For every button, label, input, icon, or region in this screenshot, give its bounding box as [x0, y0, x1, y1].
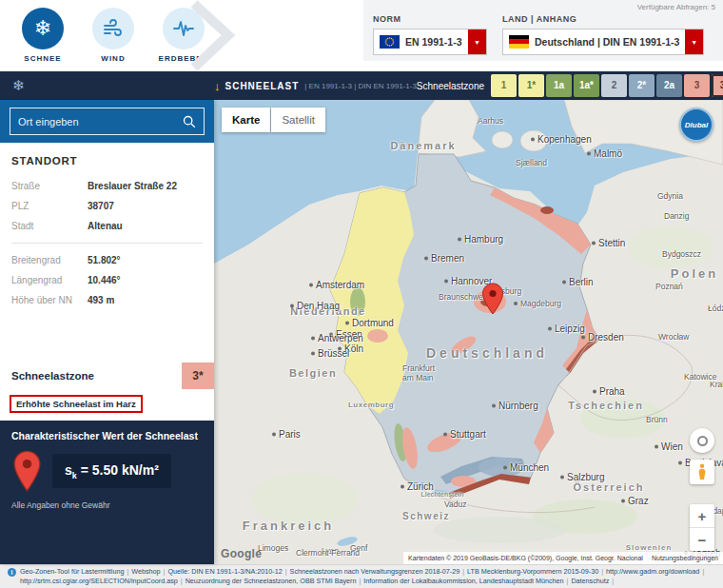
footer-link[interactable]: Schneelastzonen nach Verwaltungsgrenzen …	[290, 567, 460, 577]
map-marker[interactable]	[481, 283, 504, 315]
norm-select-group: NORM EN 1991-1-3 ▼	[373, 14, 487, 55]
footer-line-2: http://srtm.csi.cgiar.org/SELECTION/inpu…	[8, 577, 715, 586]
wind-icon	[92, 8, 134, 49]
available-queries: Verfügbare Abfragen: 5	[637, 3, 715, 11]
google-logo[interactable]: Google	[221, 547, 262, 560]
zone-chip-3*[interactable]: 3*	[712, 74, 723, 97]
land-dropdown-arrow[interactable]: ▼	[685, 29, 703, 54]
zone-chip-1*[interactable]: 1*	[518, 74, 544, 97]
snow-load-value: sk = 5.50 kN/m²	[52, 454, 171, 489]
footer-link[interactable]: Neuzuordnung der Schneelastzonen, OBB ST…	[186, 577, 357, 586]
snow-load-norms: | EN 1991-1-3 | DIN EN 1991-1-3	[304, 82, 417, 90]
standort-row: Höhe über NN493 m	[11, 290, 203, 310]
zoom-control: + −	[690, 504, 714, 551]
divider	[11, 243, 203, 244]
map-type-switcher: Karte Satellit	[222, 108, 325, 132]
snow-load-result-panel: Charakteristischer Wert der Schneelast s…	[0, 421, 214, 564]
satellite-view-button[interactable]: Satellit	[271, 108, 325, 132]
address-rows: StraßeBreslauer Straße 22PLZ38707StadtAl…	[11, 176, 203, 236]
search-bar	[0, 100, 214, 143]
result-title: Charakteristischer Wert der Schneelast	[11, 430, 203, 441]
map-attribution-bar: Kartendaten © 2019 GeoBasis-DE/BKG (©200…	[403, 552, 723, 564]
zone-result-badge: 3*	[182, 363, 214, 389]
my-location-button[interactable]	[690, 428, 714, 453]
module-label: SCHNEE	[15, 54, 70, 63]
module-schnee[interactable]: ❄ SCHNEE	[15, 8, 70, 63]
norm-value: EN 1991-1-3	[405, 36, 468, 48]
module-label: WIND	[86, 54, 141, 63]
zone-chip-2*[interactable]: 2*	[629, 74, 655, 97]
app-footer: iGeo-Zonen-Tool für Lastermittlung|Websh…	[0, 564, 723, 588]
map-attribution: Kartendaten © 2019 GeoBasis-DE/BKG (©200…	[408, 555, 643, 561]
zones-legend-label: Schneelastzone	[417, 81, 484, 91]
norm-select[interactable]: EN 1991-1-3 ▼	[373, 29, 487, 55]
footer-link[interactable]: http://www.gadm.org/download	[606, 567, 699, 577]
geo-zones-tool: ❄ SCHNEE WIND ERDBEBEN Verfügbare Abfrag…	[0, 0, 723, 588]
disclaimer: Alle Angaben ohne Gewähr	[11, 500, 203, 510]
zoom-in-button[interactable]: +	[690, 504, 714, 528]
info-icon: i	[8, 568, 16, 577]
search-icon[interactable]	[182, 114, 196, 128]
zone-chip-2a[interactable]: 2a	[656, 74, 682, 97]
map-canvas[interactable]: DänemarkPolenNiederlandeBelgienDeutschla…	[214, 100, 723, 564]
zone-chip-1a[interactable]: 1a	[546, 74, 572, 97]
terms-link[interactable]: Nutzungsbedingungen	[652, 555, 718, 561]
location-panel: STANDORT StraßeBreslauer Straße 22PLZ387…	[0, 143, 214, 316]
norm-dropdown-arrow[interactable]: ▼	[468, 29, 486, 54]
pegman-icon	[695, 463, 709, 480]
pegman-streetview[interactable]	[690, 460, 714, 484]
app-header: ❄ SCHNEE WIND ERDBEBEN Verfügbare Abfrag…	[0, 0, 723, 71]
standort-row: StadtAltenau	[11, 216, 203, 236]
module-wind[interactable]: WIND	[86, 8, 141, 63]
coordinate-rows: Breitengrad51.802°Längengrad10.446°Höhe …	[11, 250, 203, 310]
footer-link[interactable]: LTB Mecklenburg-Vorpommern 2015-09-30	[467, 567, 598, 577]
norm-panel: Verfügbare Abfragen: 5 NORM EN 1991-1-3 …	[363, 0, 723, 61]
footer-link[interactable]: http://srtm.csi.cgiar.org/SELECTION/inpu…	[20, 577, 178, 586]
standort-row: StraßeBreslauer Straße 22	[11, 176, 203, 196]
eu-flag-icon	[380, 35, 400, 49]
footer-link[interactable]: Datenschutz	[571, 577, 609, 586]
footer-link[interactable]: Information der Lokalbaukommission, Land…	[363, 577, 563, 586]
snow-icon: ❄	[22, 8, 64, 49]
target-icon	[697, 436, 708, 446]
sidebar-spacer	[0, 316, 214, 363]
zone-result-row: Schneelastzone 3*	[0, 363, 214, 389]
footer-line-1: iGeo-Zonen-Tool für Lastermittlung|Websh…	[8, 567, 715, 577]
land-select[interactable]: Deutschland | DIN EN 1991-1-3 ▼	[502, 29, 704, 55]
norm-label: NORM	[373, 14, 487, 24]
zone-note: Erhöhte Schneelast im Harz	[10, 395, 143, 413]
search-input[interactable]	[18, 116, 182, 127]
footer-link[interactable]: Webshop	[131, 567, 160, 577]
zone-result-label: Schneelastzone	[0, 370, 182, 382]
divider-chevron	[190, 0, 257, 71]
zone-chip-2[interactable]: 2	[601, 74, 627, 97]
land-value: Deutschland | DIN EN 1991-1-3	[535, 36, 685, 48]
zone-chip-3[interactable]: 3	[684, 74, 710, 97]
germany-flag-icon	[509, 35, 529, 49]
footer-link[interactable]: Geo-Zonen-Tool für Lastermittlung	[20, 567, 124, 577]
zone-note-wrap: Erhöhte Schneelast im Harz	[0, 389, 214, 421]
zone-legend: 11*1a1a*22*2a33*3a>3aN/A	[491, 74, 723, 97]
map-base	[214, 100, 723, 564]
snow-load-title: SCHNEELAST	[225, 81, 300, 91]
sidebar: STANDORT StraßeBreslauer Straße 22PLZ387…	[0, 100, 214, 564]
footer-link[interactable]: Quelle: DIN EN 1991-1-3/NA:2010-12	[167, 567, 282, 577]
land-select-group: LAND | ANHANG Deutschland | DIN EN 1991-…	[502, 14, 704, 55]
standort-row: Breitengrad51.802°	[11, 250, 203, 270]
standort-row: PLZ38707	[11, 196, 203, 216]
location-title: STANDORT	[11, 155, 203, 167]
zone-chip-1[interactable]: 1	[491, 74, 517, 97]
snowflake-icon: ❄	[0, 77, 214, 94]
snow-load-bar: ❄ ↓ SCHNEELAST | EN 1991-1-3 | DIN EN 19…	[0, 71, 723, 100]
zone-chip-1a*[interactable]: 1a*	[574, 74, 599, 97]
location-pin-icon	[11, 450, 43, 492]
standort-row: Längengrad10.446°	[11, 270, 203, 290]
down-arrow-icon: ↓	[214, 79, 221, 93]
map-view-button[interactable]: Karte	[222, 108, 270, 132]
zoom-out-button[interactable]: −	[690, 528, 714, 551]
land-label: LAND | ANHANG	[502, 14, 704, 24]
dlubal-logo[interactable]: Dlubal	[679, 108, 713, 142]
